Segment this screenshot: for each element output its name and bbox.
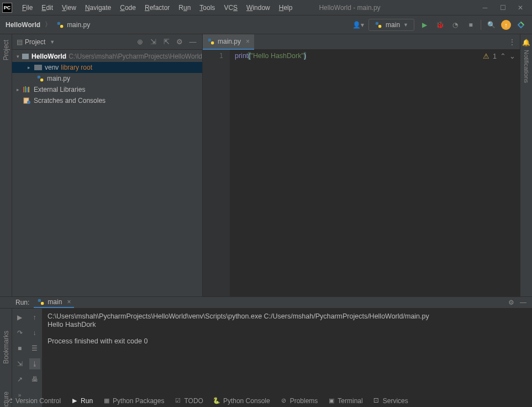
stop-run-button[interactable]: ↷ xyxy=(14,327,25,338)
output-exit: Process finished with exit code 0 xyxy=(48,337,148,345)
print-button[interactable]: 🖶 xyxy=(29,374,40,385)
tab-python-packages[interactable]: ▦Python Packages xyxy=(103,397,164,405)
venv-name: venv xyxy=(45,64,59,71)
chevron-down-icon: ▼ xyxy=(403,22,408,28)
minimize-button[interactable]: ─ xyxy=(481,4,489,12)
maximize-button[interactable]: ☐ xyxy=(499,4,507,12)
project-tool-button[interactable]: Project xyxy=(2,40,10,60)
tab-terminal[interactable]: ▣Terminal xyxy=(328,397,362,405)
svg-rect-5 xyxy=(40,79,43,81)
python-file-icon xyxy=(56,20,65,29)
pin-button[interactable]: ↗ xyxy=(14,374,25,385)
search-icon[interactable]: 🔍 xyxy=(486,19,497,30)
prev-highlight-icon[interactable]: ⌃ xyxy=(500,52,506,60)
menu-view[interactable]: View xyxy=(57,4,81,12)
notifications-icon[interactable]: 🔔 xyxy=(522,39,530,46)
editor-tab-menu[interactable]: ⋮ xyxy=(509,38,515,46)
tab-todo[interactable]: ☑TODO xyxy=(174,397,203,405)
run-button[interactable]: ▶ xyxy=(419,19,430,30)
warning-icon[interactable]: ⚠ xyxy=(483,52,489,60)
notifications-label[interactable]: Notifications xyxy=(523,50,530,83)
run-settings-icon[interactable]: ⚙ xyxy=(508,299,514,306)
close-button[interactable]: ✕ xyxy=(517,4,524,12)
output-cmd: C:\Users\mshah\PycharmProjects\HelloWorl… xyxy=(48,312,429,320)
expand-arrow-icon[interactable]: ▾ xyxy=(17,54,22,59)
menu-help[interactable]: Help xyxy=(275,4,297,12)
code-with-me-icon[interactable] xyxy=(515,19,526,30)
menu-refactor[interactable]: Refactor xyxy=(140,4,174,12)
hide-icon[interactable]: — xyxy=(188,37,198,47)
bookmarks-tool-button[interactable]: Bookmarks xyxy=(2,331,10,364)
soft-wrap-button[interactable]: ☰ xyxy=(29,343,40,354)
svg-rect-6 xyxy=(23,87,24,92)
menu-navigate[interactable]: Navigate xyxy=(81,4,115,12)
tab-version-control[interactable]: ⎇Version Control xyxy=(6,397,61,405)
project-view-selector[interactable]: ▤ Project ▼ xyxy=(17,38,55,46)
line-number: 1 xyxy=(203,50,230,296)
expand-all-icon[interactable]: ⇲ xyxy=(148,37,158,47)
tree-file-label: main.py xyxy=(47,75,70,82)
chevron-right-icon: 〉 xyxy=(45,20,51,29)
project-title: Project xyxy=(25,38,45,46)
svg-rect-0 xyxy=(57,22,60,24)
up-stack-button[interactable]: ↑ xyxy=(29,312,40,323)
tree-external-libs[interactable]: ▸ External Libraries xyxy=(12,84,202,95)
tab-run[interactable]: ▶Run xyxy=(71,397,93,405)
editor-tab-label: main.py xyxy=(218,38,241,45)
tab-problems[interactable]: ⊘Problems xyxy=(280,397,318,405)
coverage-button[interactable]: ◔ xyxy=(450,19,461,30)
services-icon: ⚀ xyxy=(373,397,380,404)
problems-icon: ⊘ xyxy=(280,397,287,404)
expand-arrow-icon[interactable]: ▸ xyxy=(17,87,23,92)
menu-vcs[interactable]: VCS xyxy=(219,4,242,12)
stop-button[interactable]: ■ xyxy=(465,19,476,30)
tree-file-main[interactable]: main.py xyxy=(12,73,202,84)
tab-python-console[interactable]: 🐍Python Console xyxy=(213,397,270,405)
menu-tools[interactable]: Tools xyxy=(195,4,219,12)
tree-root[interactable]: ▾ HelloWorld C:\Users\mshah\PycharmProje… xyxy=(12,51,202,62)
collapse-all-icon[interactable]: ⇱ xyxy=(161,37,171,47)
close-run-tab-icon[interactable]: × xyxy=(67,298,71,306)
breadcrumb-file[interactable]: main.py xyxy=(67,21,90,29)
code-editor[interactable]: print("Hello HashDork") ⚠ 1 ⌃ ⌄ xyxy=(230,50,520,296)
user-dropdown[interactable]: 👤▾ xyxy=(352,21,364,29)
down-stack-button[interactable]: ↓ xyxy=(29,327,40,338)
editor-tab-main[interactable]: main.py × xyxy=(203,34,254,50)
expand-arrow-icon[interactable]: ▸ xyxy=(28,65,34,70)
layout-button[interactable]: ⇲ xyxy=(14,358,25,369)
scroll-to-end-button[interactable]: ⭳ xyxy=(29,358,40,369)
tree-scratches[interactable]: Scratches and Consoles xyxy=(12,95,202,106)
tree-venv[interactable]: ▸ venv library root xyxy=(12,62,202,73)
menu-edit[interactable]: Edit xyxy=(37,4,57,12)
select-opened-file-icon[interactable]: ⊕ xyxy=(135,37,145,47)
menu-file[interactable]: File xyxy=(18,4,37,12)
scratches-label: Scratches and Consoles xyxy=(34,97,106,105)
menu-run[interactable]: Run xyxy=(174,4,195,12)
scratches-icon xyxy=(23,97,31,104)
svg-rect-8 xyxy=(27,87,28,92)
breadcrumb-project[interactable]: HelloWorld xyxy=(6,21,40,29)
tab-services[interactable]: ⚀Services xyxy=(373,397,408,405)
svg-rect-2 xyxy=(376,22,378,24)
svg-rect-14 xyxy=(38,299,41,302)
close-tab-icon[interactable]: × xyxy=(246,38,250,45)
menu-code[interactable]: Code xyxy=(115,4,140,12)
run-config-label: main xyxy=(386,21,400,29)
hide-run-icon[interactable]: — xyxy=(520,299,526,306)
next-highlight-icon[interactable]: ⌄ xyxy=(509,52,515,60)
run-config-selector[interactable]: main ▼ xyxy=(368,19,414,31)
folder-icon xyxy=(22,54,29,59)
updates-icon[interactable]: ↑ xyxy=(501,20,511,30)
rerun-button[interactable]: ▶ xyxy=(14,312,25,323)
terminal-icon: ▣ xyxy=(328,397,335,404)
debug-button[interactable]: 🐞 xyxy=(434,19,445,30)
svg-rect-13 xyxy=(211,41,214,44)
library-root-tag: library root xyxy=(61,64,92,71)
svg-rect-3 xyxy=(378,25,381,28)
menu-window[interactable]: Window xyxy=(242,4,275,12)
settings-icon[interactable]: ⚙ xyxy=(175,37,185,47)
structure-tool-button[interactable]: Structure xyxy=(2,392,10,407)
run-tab-main[interactable]: main × xyxy=(34,297,74,308)
stop-process-button[interactable]: ■ xyxy=(14,343,25,354)
run-output[interactable]: C:\Users\mshah\PycharmProjects\HelloWorl… xyxy=(42,309,532,407)
